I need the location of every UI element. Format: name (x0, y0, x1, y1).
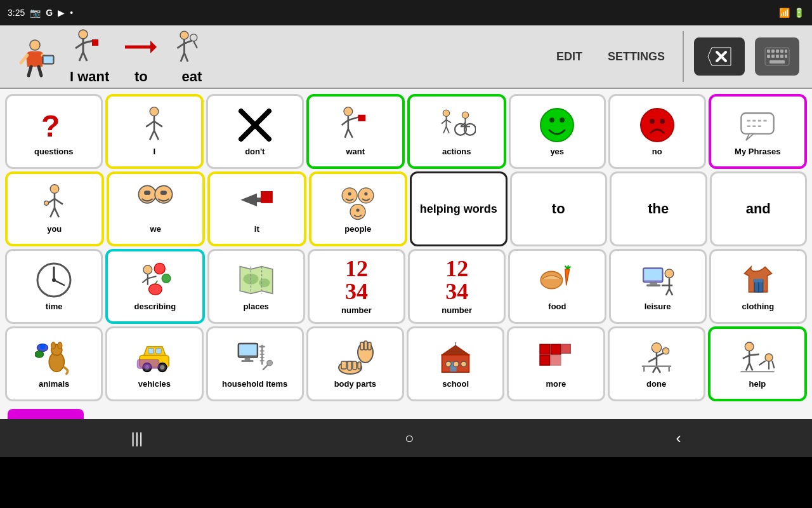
svg-line-10 (83, 41, 93, 43)
cell-we[interactable]: we (107, 171, 206, 246)
svg-line-1 (21, 55, 27, 63)
cell-people[interactable]: people (309, 171, 408, 246)
cell-it[interactable]: it (207, 171, 306, 246)
cell-household[interactable]: household items (206, 326, 304, 401)
grid-row-2: you we it (5, 171, 807, 246)
svg-line-50 (342, 120, 348, 125)
cell-dont[interactable]: don't (206, 94, 304, 169)
top-bar-left (13, 34, 57, 79)
svg-line-9 (75, 43, 83, 48)
cell-want[interactable]: want (306, 94, 405, 169)
cell-label-bodyparts: body parts (334, 379, 376, 389)
svg-line-185 (653, 366, 657, 373)
cell-label-household: household items (222, 379, 287, 389)
nav-back-button[interactable]: ||| (105, 424, 168, 452)
battery-icon: 🔋 (794, 8, 804, 18)
edit-button[interactable]: EDIT (549, 45, 590, 69)
keyboard-icon (764, 47, 790, 66)
to-text: to (552, 201, 565, 217)
svg-rect-32 (785, 50, 787, 53)
svg-point-134 (51, 342, 56, 349)
svg-line-43 (154, 121, 162, 127)
cell-bodyparts[interactable]: body parts (306, 326, 404, 401)
svg-marker-24 (708, 48, 731, 65)
cell-help[interactable]: help (708, 326, 807, 401)
cell-label-leisure: leisure (645, 302, 671, 312)
time: 3:25 (8, 8, 25, 18)
cell-animals[interactable]: animals (5, 326, 103, 401)
svg-point-72 (660, 119, 665, 124)
svg-rect-121 (644, 269, 661, 280)
sentence-word-eat: eat (181, 69, 202, 85)
wifi-icon: 📶 (779, 8, 790, 18)
g-icon: G (46, 8, 53, 18)
cell-done[interactable]: done (608, 326, 705, 401)
cell-you[interactable]: you (5, 171, 104, 246)
cell-label-you: you (47, 224, 62, 234)
cell-school[interactable]: school (407, 326, 504, 401)
svg-line-51 (348, 117, 359, 120)
yes-icon (538, 106, 576, 144)
cell-vehicles[interactable]: vehicles (105, 326, 203, 401)
cell-places[interactable]: places (207, 249, 305, 324)
cell-describing[interactable]: describing (105, 249, 204, 324)
cell-label-describing: describing (134, 302, 176, 312)
want-icon (336, 106, 374, 144)
cell-the[interactable]: the (610, 171, 707, 246)
cell-no[interactable]: no (608, 94, 706, 169)
cell-label-want: want (346, 147, 365, 157)
cell-label-food: food (548, 302, 566, 312)
svg-point-135 (58, 342, 62, 349)
household-icon (236, 338, 274, 377)
cell-questions[interactable]: ? questions (5, 94, 103, 169)
cell-leisure[interactable]: leisure (609, 249, 707, 324)
svg-line-12 (79, 52, 83, 61)
svg-line-109 (155, 281, 157, 284)
cell-yes[interactable]: yes (509, 94, 606, 169)
status-bar: 3:25 📷 G ▶ • 📶 🔋 (0, 0, 812, 25)
cell-actions[interactable]: actions (407, 94, 506, 169)
delete-icon (707, 46, 732, 67)
pink-tab[interactable] (8, 409, 84, 419)
nav-home-button[interactable]: ○ (379, 424, 440, 452)
svg-rect-146 (138, 360, 159, 369)
number-text-2: 1234 (445, 257, 468, 303)
svg-rect-91 (261, 191, 273, 203)
keyboard-button[interactable] (755, 37, 799, 76)
cell-label-clothing: clothing (742, 302, 775, 312)
delete-button[interactable] (694, 37, 745, 76)
cell-and[interactable]: and (710, 171, 808, 246)
svg-rect-28 (767, 50, 770, 53)
svg-line-105 (148, 276, 157, 278)
svg-rect-178 (562, 345, 571, 354)
cell-myphrases[interactable]: My Phrases (709, 94, 808, 169)
cell-food[interactable]: food (508, 249, 606, 324)
svg-line-45 (154, 131, 159, 140)
svg-rect-131 (753, 279, 763, 282)
svg-rect-34 (771, 55, 775, 58)
svg-marker-15 (150, 41, 157, 53)
number-text-1: 1234 (345, 257, 368, 303)
cell-label-number2: number (442, 305, 472, 316)
settings-button[interactable]: SETTINGS (600, 45, 672, 69)
cell-number2[interactable]: 1234 number (408, 249, 506, 324)
cell-number1[interactable]: 1234 number (308, 249, 405, 324)
svg-point-158 (266, 360, 272, 366)
cell-label-vehicles: vehicles (138, 379, 171, 389)
we-icon (136, 184, 174, 222)
vehicles-icon (135, 338, 173, 377)
svg-line-194 (746, 363, 749, 371)
svg-point-70 (641, 109, 674, 142)
cell-I[interactable]: I (105, 94, 204, 169)
svg-rect-6 (44, 57, 53, 63)
food-icon (538, 261, 576, 299)
nav-recent-button[interactable]: ‹ (651, 424, 707, 452)
cell-to[interactable]: to (510, 171, 608, 246)
svg-point-172 (446, 361, 452, 367)
cell-more[interactable]: more (507, 326, 605, 401)
cell-time[interactable]: time (5, 249, 103, 324)
cell-helpingwords[interactable]: helping words (410, 171, 508, 246)
status-right: 📶 🔋 (779, 8, 804, 18)
svg-point-69 (560, 117, 565, 123)
cell-clothing[interactable]: clothing (709, 249, 807, 324)
